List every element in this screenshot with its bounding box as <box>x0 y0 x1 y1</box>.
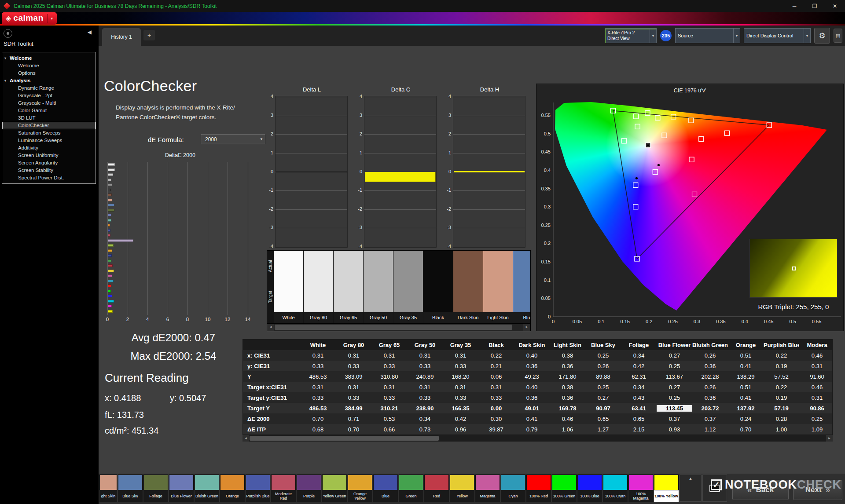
table-scrollbar[interactable]: ◄ ► <box>242 435 833 442</box>
sidebar-item-additivity[interactable]: Additivity <box>2 144 96 152</box>
sidebar-item-screen-stability[interactable]: Screen Stability <box>2 167 96 174</box>
meter-dropdown[interactable]: X-Rite i1Pro 2 Direct View ▼ <box>605 28 657 43</box>
pattern-swatch-blue[interactable]: Blue <box>373 475 398 502</box>
axis-tick-label: -1 <box>354 187 362 193</box>
sidebar-item-colorchecker[interactable]: ColorChecker <box>2 122 96 129</box>
brand-band: ◈ calman ▼ <box>0 12 845 26</box>
chevron-down-icon[interactable]: ▼ <box>733 29 740 43</box>
swatch-strip-scrollbar[interactable]: ◄ ► <box>267 323 530 331</box>
layout-button[interactable]: ▤ <box>834 29 842 43</box>
pattern-swatch-orange[interactable]: Orange <box>220 475 245 502</box>
sidebar-item-saturation-sweeps[interactable]: Saturation Sweeps <box>2 129 96 137</box>
actual-swatch <box>334 251 363 281</box>
sidebar-collapse-icon[interactable]: ◀ <box>88 29 92 35</box>
sidebar-item-welcome[interactable]: Welcome <box>2 62 96 69</box>
tab-history-1[interactable]: History 1 <box>102 28 141 46</box>
sidebar-item-luminance-sweeps[interactable]: Luminance Sweeps <box>2 137 96 144</box>
table-cell: 0.31 <box>300 352 336 359</box>
scroll-left-icon[interactable]: ◄ <box>242 435 249 442</box>
scrollbar-thumb[interactable] <box>275 325 512 330</box>
table-cell: 171.80 <box>550 373 585 380</box>
workflow-home-button[interactable] <box>4 29 12 38</box>
add-tab-button[interactable]: + <box>143 30 155 40</box>
sidebar-item-analysis[interactable]: ▾Analysis <box>2 77 96 84</box>
expand-pattern-bar-button[interactable]: ▲ <box>680 475 702 502</box>
swatch-column-dark-skin: Dark Skin <box>453 251 483 323</box>
tree-expand-icon[interactable]: ▾ <box>4 77 6 84</box>
pattern-swatch-100-cyan[interactable]: 100% Cyan <box>603 475 628 502</box>
pattern-swatch-green[interactable]: Green <box>399 475 423 502</box>
calman-logo[interactable]: ◈ calman ▼ <box>2 12 57 25</box>
display-control-dropdown[interactable]: Direct Display Control ▼ <box>744 28 811 43</box>
pattern-swatch-purple[interactable]: Purple <box>297 475 321 502</box>
minimize-icon[interactable]: ─ <box>784 0 805 12</box>
pattern-swatch-yellow-green[interactable]: Yellow Green <box>322 475 347 502</box>
next-chevron-icon: » <box>826 485 830 495</box>
deltae-bar-yellow-green <box>108 244 114 247</box>
pattern-swatch-blue-sky[interactable]: Blue Sky <box>118 475 143 502</box>
pattern-swatch-yellow[interactable]: Yellow <box>450 475 474 502</box>
axis-tick-label: 0.55 <box>812 319 821 324</box>
tree-expand-icon[interactable]: ▾ <box>4 55 6 62</box>
pattern-swatch-100-red[interactable]: 100% Red <box>526 475 551 502</box>
back-button[interactable]: « Back <box>732 480 789 500</box>
axis-tick-label: 0.3 <box>694 319 700 324</box>
close-icon[interactable]: ✕ <box>825 0 845 12</box>
scrollbar-thumb[interactable] <box>250 436 439 441</box>
pattern-swatch-orange-yellow[interactable]: Orange Yellow <box>348 475 372 502</box>
pattern-swatch-magenta[interactable]: Magenta <box>475 475 500 502</box>
sidebar-item-spectral-power-dist[interactable]: Spectral Power Dist. <box>2 174 96 182</box>
gear-icon: ⚙ <box>819 31 825 40</box>
pattern-swatch-red[interactable]: Red <box>424 475 449 502</box>
de-formula-dropdown[interactable]: 2000 ▼ <box>201 134 265 144</box>
swatch-label: Light Skin <box>483 312 513 323</box>
pattern-swatch-foliage[interactable]: Foliage <box>143 475 168 502</box>
row-label: ΔE 2000 <box>243 416 300 422</box>
table-cell: 0.33 <box>443 394 478 401</box>
table-row-y-cie31: y: CIE310.330.330.330.330.330.210.360.36… <box>243 361 832 371</box>
delta-h-chart: Delta H 43210-1-2-3-4 <box>443 86 526 259</box>
actual-row-label: Actual <box>267 251 274 281</box>
table-cell: 0.31 <box>407 352 443 359</box>
chevron-down-icon[interactable]: ▼ <box>650 29 656 43</box>
pattern-swatch-100-blue[interactable]: 100% Blue <box>577 475 602 502</box>
sidebar-item-color-gamut[interactable]: Color Gamut <box>2 107 96 114</box>
pattern-swatch-blue-flower[interactable]: Blue Flower <box>169 475 194 502</box>
table-header-cell: Black <box>478 342 514 348</box>
scroll-right-icon[interactable]: ► <box>523 324 530 331</box>
maximize-icon[interactable]: ❐ <box>805 0 825 12</box>
sidebar-item-screen-angularity[interactable]: Screen Angularity <box>2 159 96 167</box>
table-cell: 0.31 <box>336 352 371 359</box>
axis-tick-label: -2 <box>443 206 451 212</box>
sidebar-item-welcome[interactable]: ▾Welcome <box>2 55 96 62</box>
rgb-swatch-marker <box>792 267 796 270</box>
table-header-cell: Dark Skin <box>514 342 550 348</box>
settings-button[interactable]: ⚙ <box>814 28 830 44</box>
pattern-swatch-cyan[interactable]: Cyan <box>501 475 525 502</box>
pattern-swatch-bluish-green[interactable]: Bluish Green <box>195 475 219 502</box>
gridline <box>364 153 436 153</box>
pattern-window-button[interactable] <box>702 475 727 502</box>
chevron-down-icon[interactable]: ▼ <box>804 29 810 43</box>
pattern-swatch-purplish-blue[interactable]: Purplish Blue <box>246 475 270 502</box>
sidebar-item-dynamic-range[interactable]: Dynamic Range <box>2 84 96 92</box>
pattern-swatch-ght-skin[interactable]: ght Skin <box>99 475 117 502</box>
swatch-column-gray-65: Gray 65 <box>334 251 363 323</box>
sidebar-item-3d-lut[interactable]: 3D LUT <box>2 114 96 122</box>
logo-menu-chevron-icon[interactable]: ▼ <box>50 17 54 21</box>
sidebar-item-grayscale-2pt[interactable]: Grayscale - 2pt <box>2 92 96 99</box>
source-dropdown[interactable]: Source ▼ <box>675 28 740 43</box>
next-button[interactable]: Next » <box>793 480 842 500</box>
sidebar-item-options[interactable]: Options <box>2 69 96 77</box>
pattern-swatch-100-yellow[interactable]: 100% Yellow <box>654 475 679 502</box>
axis-tick-label: -4 <box>265 244 273 249</box>
pattern-swatch-100-magenta[interactable]: 100% Magenta <box>628 475 653 502</box>
sidebar-item-screen-uniformity[interactable]: Screen Uniformity <box>2 152 96 159</box>
scroll-right-icon[interactable]: ► <box>826 435 833 442</box>
pattern-swatch-moderate-red[interactable]: Moderate Red <box>271 475 296 502</box>
pattern-swatch-100-green[interactable]: 100% Green <box>552 475 577 502</box>
sidebar-item-grayscale-multi[interactable]: Grayscale - Multi <box>2 99 96 107</box>
table-cell: 0.33 <box>300 394 336 401</box>
scroll-left-icon[interactable]: ◄ <box>267 324 274 331</box>
table-cell: 0.37 <box>657 416 692 422</box>
